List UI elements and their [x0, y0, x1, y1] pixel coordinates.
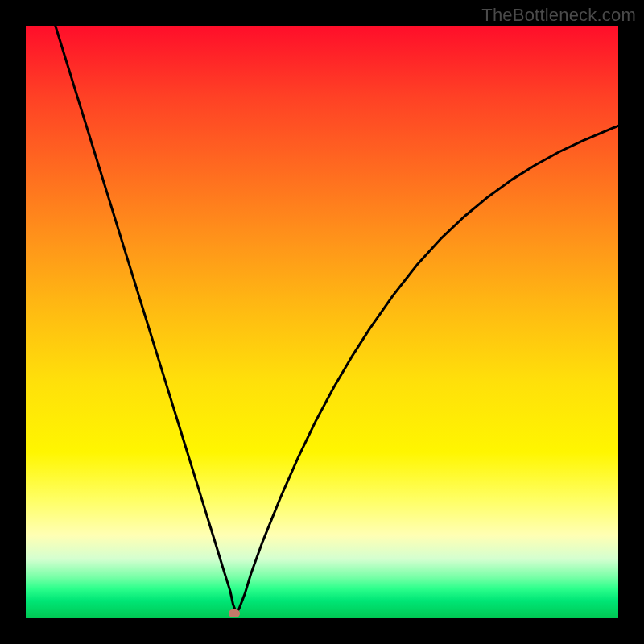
chart-frame: TheBottleneck.com — [0, 0, 644, 644]
bottleneck-curve — [26, 26, 618, 618]
minimum-marker — [229, 609, 240, 617]
curve-path — [56, 26, 618, 613]
plot-area — [26, 26, 618, 618]
watermark-label: TheBottleneck.com — [481, 5, 636, 26]
